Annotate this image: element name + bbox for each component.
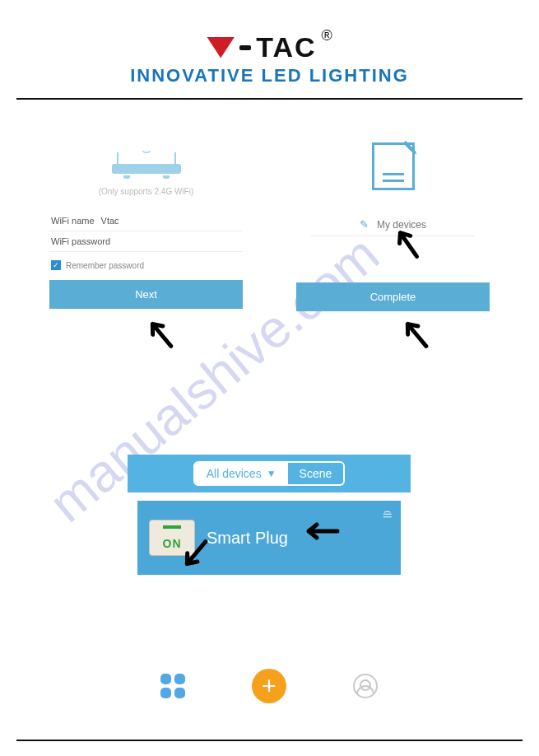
nav-add-button[interactable]: + bbox=[252, 669, 286, 703]
segmented-control: All devices ▼ Scene bbox=[193, 461, 346, 486]
tab-all-devices-label: All devices bbox=[207, 467, 262, 480]
device-card-title: Smart Plug bbox=[207, 529, 288, 548]
registered-mark: ® bbox=[322, 27, 332, 44]
tab-all-devices[interactable]: All devices ▼ bbox=[195, 463, 288, 484]
brand-text: TAC bbox=[256, 31, 316, 63]
footer-divider bbox=[16, 740, 523, 741]
app-top-bar: All devices ▼ Scene bbox=[128, 455, 411, 492]
wifi-password-label: WiFi password bbox=[51, 236, 110, 246]
nav-profile-icon[interactable] bbox=[353, 674, 378, 698]
edit-notepad-icon bbox=[296, 142, 490, 190]
brand-logo: TAC ® bbox=[207, 31, 332, 63]
nav-home-icon[interactable] bbox=[160, 674, 185, 698]
wifi-name-value: Vtac bbox=[101, 216, 119, 226]
upper-panels-row: ⌣ (Only supports 2.4G WiFi) WiFi name Vt… bbox=[0, 100, 539, 311]
brand-tagline: INNOVATIVE LED LIGHTING bbox=[0, 65, 539, 86]
complete-button[interactable]: Complete bbox=[296, 282, 490, 311]
wifi-support-note: (Only supports 2.4G WiFi) bbox=[49, 187, 243, 196]
router-icon: ⌣ bbox=[49, 142, 243, 179]
next-button[interactable]: Next bbox=[49, 280, 243, 309]
pencil-icon[interactable]: ✎ bbox=[360, 218, 369, 231]
chevron-down-icon: ▼ bbox=[267, 468, 276, 479]
wifi-name-field[interactable]: WiFi name Vtac bbox=[49, 211, 243, 231]
annotation-arrow-icon bbox=[300, 511, 342, 552]
wifi-name-label: WiFi name bbox=[51, 216, 95, 226]
tab-scene[interactable]: Scene bbox=[288, 463, 344, 484]
remember-password-label: Remember password bbox=[66, 261, 144, 270]
remember-password-row[interactable]: ✓ Remember password bbox=[49, 252, 243, 280]
wifi-setup-panel: ⌣ (Only supports 2.4G WiFi) WiFi name Vt… bbox=[49, 142, 243, 311]
app-screen: All devices ▼ Scene ON Smart Plug ≘ + bbox=[128, 455, 411, 710]
annotation-arrow-icon bbox=[132, 305, 189, 362]
header-logo-block: TAC ® INNOVATIVE LED LIGHTING bbox=[0, 0, 539, 86]
checkbox-checked-icon[interactable]: ✓ bbox=[51, 260, 61, 270]
logo-v-icon bbox=[207, 37, 235, 58]
wifi-icon: ≘ bbox=[382, 507, 393, 523]
annotation-arrow-icon bbox=[387, 305, 444, 362]
logo-dash-icon bbox=[239, 45, 251, 50]
app-bottom-nav: + bbox=[128, 662, 411, 710]
wifi-password-field[interactable]: WiFi password bbox=[49, 231, 243, 252]
